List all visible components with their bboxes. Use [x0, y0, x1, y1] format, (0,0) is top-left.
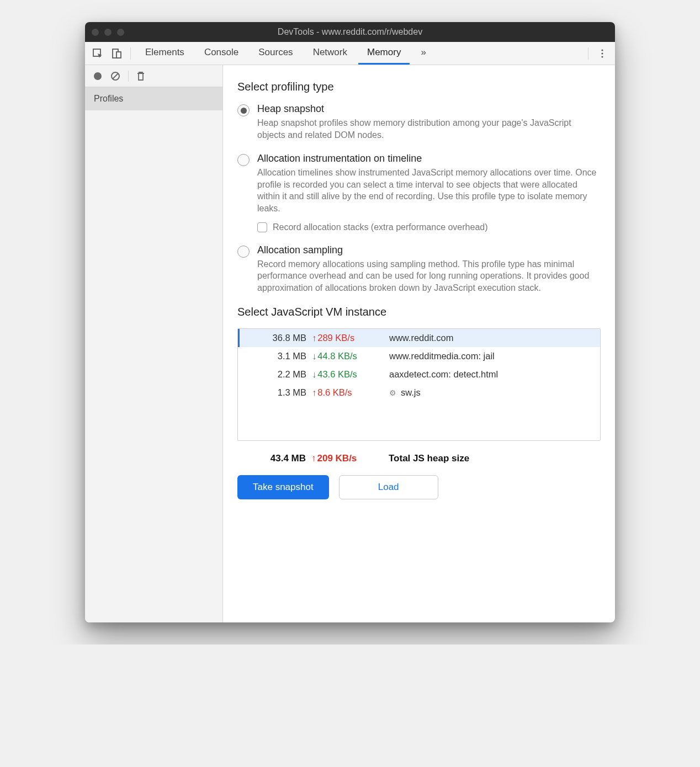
profile-type-heap[interactable]: Heap snapshot Heap snapshot profiles sho… — [237, 103, 601, 141]
vm-size: 36.8 MB — [246, 333, 306, 343]
total-label: Total JS heap size — [389, 453, 593, 464]
take-snapshot-button[interactable]: Take snapshot — [237, 475, 329, 499]
profile-type-sampling[interactable]: Allocation sampling Record memory alloca… — [237, 244, 601, 294]
heading-select-vm: Select JavaScript VM instance — [237, 306, 601, 318]
vm-size: 3.1 MB — [246, 351, 306, 361]
svg-point-3 — [601, 49, 603, 51]
svg-rect-2 — [116, 52, 121, 58]
vm-row[interactable]: 1.3 MB ↑8.6 KB/s ⚙sw.js — [238, 384, 600, 402]
arrow-up-icon: ↑ — [312, 387, 316, 398]
tabbar-divider — [130, 47, 131, 60]
profile-type-label: Allocation sampling — [257, 244, 601, 256]
main-panel: Select profiling type Heap snapshot Heap… — [223, 65, 615, 622]
tab-network[interactable]: Network — [304, 42, 356, 65]
profile-type-desc: Allocation timelines show instrumented J… — [257, 167, 601, 214]
tabbar-divider — [588, 47, 588, 60]
delete-icon[interactable] — [136, 71, 145, 81]
arrow-up-icon: ↑ — [312, 333, 316, 343]
radio-timeline[interactable] — [237, 154, 250, 166]
checkbox-record-stacks[interactable] — [257, 222, 267, 232]
titlebar: DevTools - www.reddit.com/r/webdev — [85, 22, 615, 42]
clear-icon[interactable] — [110, 71, 120, 81]
inspect-element-icon[interactable] — [89, 45, 106, 62]
arrow-down-icon: ↓ — [312, 351, 316, 361]
vm-row[interactable]: 3.1 MB ↓44.8 KB/s www.redditmedia.com: j… — [238, 347, 600, 365]
heading-select-type: Select profiling type — [237, 81, 601, 93]
total-size: 43.4 MB — [245, 453, 306, 464]
checkbox-label: Record allocation stacks (extra performa… — [273, 222, 488, 232]
load-button[interactable]: Load — [339, 475, 438, 499]
vm-row[interactable]: 2.2 MB ↓43.6 KB/s aaxdetect.com: detect.… — [238, 365, 600, 384]
radio-heap[interactable] — [237, 104, 250, 116]
vm-host: www.reddit.com — [389, 333, 592, 343]
profile-type-label: Heap snapshot — [257, 103, 601, 115]
devtools-tabbar: Elements Console Sources Network Memory … — [85, 42, 615, 65]
record-stacks-option[interactable]: Record allocation stacks (extra performa… — [257, 222, 601, 232]
tab-memory[interactable]: Memory — [358, 42, 410, 65]
sidebar-item-profiles[interactable]: Profiles — [85, 87, 222, 110]
profile-type-desc: Heap snapshot profiles show memory distr… — [257, 117, 601, 141]
more-tabs-button[interactable]: » — [412, 42, 434, 65]
total-rate: ↑209 KB/s — [311, 453, 383, 464]
profiles-sidebar: Profiles — [85, 65, 223, 622]
tab-elements[interactable]: Elements — [136, 42, 193, 65]
minimize-window-button[interactable] — [104, 29, 112, 36]
vm-size: 2.2 MB — [246, 369, 306, 380]
close-window-button[interactable] — [92, 29, 99, 36]
window-title: DevTools - www.reddit.com/r/webdev — [85, 27, 615, 37]
arrow-up-icon: ↑ — [311, 453, 316, 464]
vm-size: 1.3 MB — [246, 387, 306, 398]
vm-row[interactable]: 36.8 MB ↑289 KB/s www.reddit.com — [238, 329, 600, 347]
svg-line-8 — [113, 73, 118, 79]
vm-rate: ↓43.6 KB/s — [312, 369, 384, 380]
vm-rate: ↓44.8 KB/s — [312, 351, 384, 361]
profile-type-timeline[interactable]: Allocation instrumentation on timeline A… — [237, 153, 601, 214]
zoom-window-button[interactable] — [117, 29, 124, 36]
vm-rate: ↑8.6 KB/s — [312, 387, 384, 398]
settings-menu-icon[interactable] — [594, 45, 611, 62]
tab-sources[interactable]: Sources — [250, 42, 301, 65]
vm-instance-list: 36.8 MB ↑289 KB/s www.reddit.com 3.1 MB … — [237, 328, 601, 441]
totals-row: 43.4 MB ↑209 KB/s Total JS heap size — [237, 449, 601, 475]
action-buttons: Take snapshot Load — [237, 475, 601, 499]
gear-icon: ⚙ — [389, 388, 396, 397]
svg-point-6 — [94, 72, 102, 80]
toolbar-divider — [128, 71, 129, 82]
sidebar-toolbar — [85, 65, 222, 87]
radio-sampling[interactable] — [237, 246, 250, 258]
arrow-down-icon: ↓ — [312, 369, 316, 380]
record-icon[interactable] — [93, 71, 103, 81]
traffic-lights — [92, 29, 124, 36]
vm-host: www.redditmedia.com: jail — [389, 351, 592, 361]
svg-point-5 — [601, 56, 603, 57]
vm-host: ⚙sw.js — [389, 387, 592, 398]
svg-point-4 — [601, 52, 603, 54]
tab-console[interactable]: Console — [195, 42, 247, 65]
devtools-window: DevTools - www.reddit.com/r/webdev Eleme… — [85, 22, 615, 622]
vm-rate: ↑289 KB/s — [312, 333, 384, 343]
profile-type-desc: Record memory allocations using sampling… — [257, 258, 601, 294]
profile-type-label: Allocation instrumentation on timeline — [257, 153, 601, 164]
vm-host: aaxdetect.com: detect.html — [389, 369, 592, 380]
device-toolbar-icon[interactable] — [108, 45, 125, 62]
